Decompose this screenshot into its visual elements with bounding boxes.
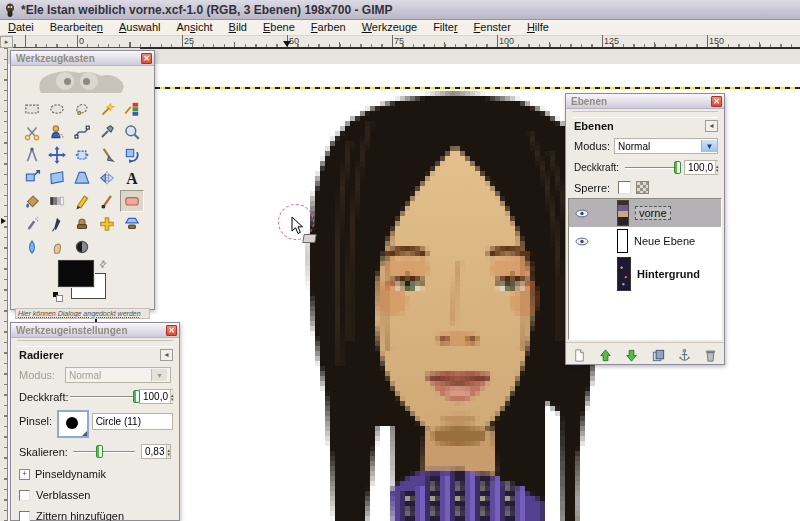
scale-slider[interactable] (73, 445, 135, 458)
layer-mode-dropdown[interactable]: Normal ▼ (614, 138, 718, 154)
tool-paths[interactable] (70, 121, 94, 143)
tab-menu-icon[interactable]: ◂ (160, 349, 173, 361)
ruler-origin-button[interactable]: ▸ (0, 36, 13, 48)
layers-title-bar[interactable]: Ebenen ✕ (566, 94, 724, 109)
tool-options-title-bar[interactable]: Werkzeugeinstellungen ✕ (11, 323, 179, 338)
tool-clone[interactable] (70, 213, 94, 235)
tool-scissors[interactable] (20, 121, 44, 143)
layer-name[interactable]: Neue Ebene (634, 235, 695, 247)
tool-paintbrush[interactable] (95, 190, 119, 212)
tool-foreground-select[interactable] (45, 121, 69, 143)
tool-gradient[interactable] (45, 190, 69, 212)
spinner-arrows-icon[interactable]: ▴▾ (166, 445, 170, 458)
checkbox-label[interactable]: Zittern hinzufügen (36, 510, 124, 521)
delete-layer-button[interactable] (701, 346, 721, 364)
layer-opacity-slider[interactable] (625, 161, 680, 174)
brush-dynamics-label[interactable]: Pinseldynamik (35, 468, 106, 480)
tool-scale[interactable] (20, 167, 44, 189)
brush-preview-button[interactable] (57, 410, 89, 438)
tool-ink[interactable] (45, 213, 69, 235)
visibility-cell[interactable] (569, 237, 595, 246)
eye-icon[interactable] (575, 237, 589, 246)
swap-colors-icon[interactable]: ⇄ (97, 258, 109, 270)
duplicate-layer-button[interactable] (648, 346, 668, 364)
layer-thumbnail[interactable] (617, 200, 629, 226)
menu-farben[interactable]: Farben (303, 20, 354, 35)
vertical-ruler[interactable] (0, 48, 8, 521)
tool-heal[interactable] (95, 213, 119, 235)
tool-blur[interactable] (20, 236, 44, 258)
menu-datei[interactable]: Datei (0, 20, 42, 35)
tool-select-by-color[interactable] (120, 98, 144, 120)
layer-thumbnail[interactable] (617, 229, 628, 253)
checkbox[interactable] (19, 511, 30, 521)
dock-hint-strip[interactable]: Hier können Dialoge angedockt werden (15, 308, 150, 319)
tool-text[interactable]: A (120, 167, 144, 189)
checkbox-label[interactable]: Verblassen (36, 489, 90, 501)
tool-smudge[interactable] (45, 236, 69, 258)
menu-bild[interactable]: Bild (221, 20, 255, 35)
tool-perspective[interactable] (70, 167, 94, 189)
tool-color-picker[interactable] (95, 121, 119, 143)
opacity-spinner[interactable]: 100,0 ▴▾ (139, 389, 173, 404)
tool-flip[interactable] (95, 167, 119, 189)
tool-perspective-clone[interactable] (120, 213, 144, 235)
layer-row-hintergrund[interactable]: Hintergrund (569, 255, 721, 293)
spinner-arrows-icon[interactable]: ▴▾ (715, 161, 719, 174)
tool-rect-select[interactable] (20, 98, 44, 120)
tool-align[interactable] (70, 144, 94, 166)
lower-layer-button[interactable] (622, 346, 642, 364)
raise-layer-button[interactable] (595, 346, 615, 364)
layer-opacity-spinner[interactable]: 100,0 ▴▾ (684, 160, 718, 175)
new-layer-button[interactable] (569, 346, 589, 364)
menu-hilfe[interactable]: Hilfe (519, 20, 557, 35)
dock-grip[interactable] (572, 111, 718, 118)
lock-alpha-checkbox[interactable] (618, 181, 631, 194)
tool-dodge-burn[interactable] (70, 236, 94, 258)
chevron-down-icon[interactable]: ▼ (701, 140, 717, 152)
menu-werkzeuge[interactable]: Werkzeuge (354, 20, 425, 35)
opacity-slider[interactable] (70, 390, 135, 403)
close-icon[interactable]: ✕ (166, 325, 177, 336)
tool-bucket-fill[interactable] (20, 190, 44, 212)
expander-plus-icon[interactable]: + (19, 469, 30, 480)
toolbox-title-bar[interactable]: Werkzeugkasten ✕ (11, 51, 154, 66)
close-icon[interactable]: ✕ (141, 53, 152, 64)
dock-grip[interactable] (17, 340, 173, 347)
layer-name[interactable]: Hintergrund (637, 268, 700, 280)
brush-name-field[interactable]: Circle (11) (92, 413, 173, 430)
menu-fenster[interactable]: Fenster (466, 20, 519, 35)
mode-dropdown[interactable]: Normal ▾ (65, 367, 171, 383)
tool-rotate[interactable] (120, 144, 144, 166)
menu-bearbeiten[interactable]: Bearbeiten (42, 20, 111, 35)
close-icon[interactable]: ✕ (711, 96, 722, 107)
scale-spinner[interactable]: 0,83 ▴▾ (141, 444, 171, 459)
tool-measure[interactable] (20, 144, 44, 166)
tool-shear[interactable] (45, 167, 69, 189)
spinner-arrows-icon[interactable]: ▴▾ (170, 390, 174, 403)
tool-crop[interactable] (95, 144, 119, 166)
tool-pencil[interactable] (70, 190, 94, 212)
layer-row-vorne[interactable]: vorne (569, 199, 721, 227)
foreground-color-swatch[interactable] (58, 260, 94, 287)
tool-zoom[interactable] (120, 121, 144, 143)
visibility-cell[interactable] (569, 209, 595, 218)
tool-free-select[interactable] (70, 98, 94, 120)
tool-ellipse-select[interactable] (45, 98, 69, 120)
window-title-bar[interactable]: *Ele Istan weiblich vorne.xcf-1.0 (RGB, … (0, 0, 800, 20)
anchor-layer-button[interactable] (674, 346, 694, 364)
menu-filter[interactable]: Filter (425, 20, 465, 35)
menu-auswahl[interactable]: Auswahl (111, 20, 169, 35)
menu-ebene[interactable]: Ebene (255, 20, 303, 35)
tab-menu-icon[interactable]: ◂ (705, 120, 718, 132)
layer-thumbnail[interactable] (617, 257, 631, 291)
tool-fuzzy-select[interactable] (95, 98, 119, 120)
checkbox[interactable] (19, 490, 30, 501)
default-colors-icon[interactable] (53, 292, 62, 301)
tool-move[interactable] (45, 144, 69, 166)
menu-ansicht[interactable]: Ansicht (169, 20, 221, 35)
canvas-image[interactable] (300, 91, 600, 521)
tool-eraser[interactable] (120, 190, 144, 212)
tool-airbrush[interactable] (20, 213, 44, 235)
layer-name[interactable]: vorne (635, 206, 671, 220)
